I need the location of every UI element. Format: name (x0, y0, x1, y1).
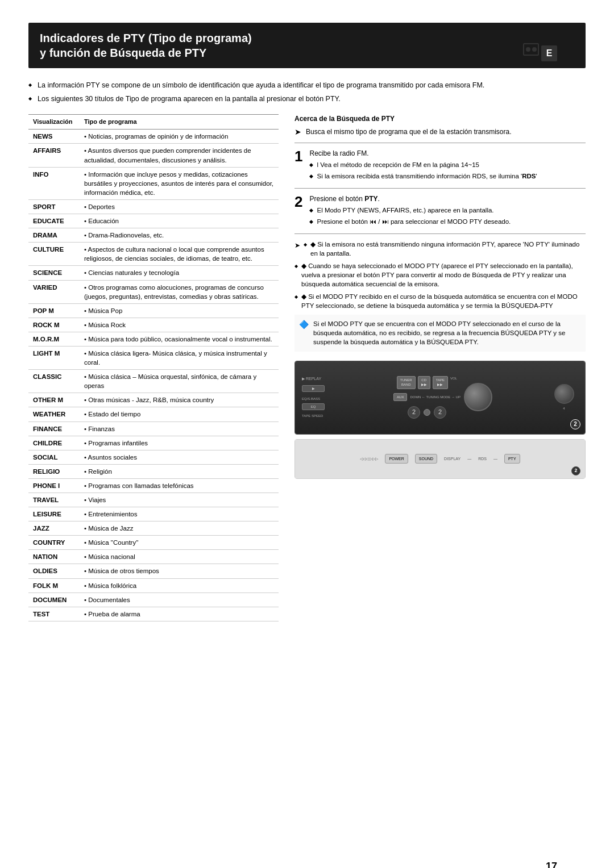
table-row: OLDIES• Música de otros tiempos (28, 564, 279, 578)
step-2-row: 2 Presione el botón PTY. ◆ El Modo PTY (… (294, 194, 586, 227)
pty-name: NEWS (28, 130, 80, 144)
note-text: Si el MODO PTY que se encuentra con el M… (313, 319, 581, 347)
pty-table: Visualización Tipo de programa NEWS• Not… (28, 114, 279, 621)
step-2-bullet-1: ◆ El Modo PTY (NEWS, AFFAIRS, etc.) apar… (309, 206, 586, 215)
diamond-icon-3: ◆ (309, 207, 313, 214)
step-2-content: Presione el botón PTY. ◆ El Modo PTY (NE… (309, 194, 586, 227)
pty-description: • Otras músicas - Jazz, R&B, música coun… (80, 393, 279, 407)
table-row: SCIENCE• Ciencias naturales y tecnología (28, 266, 279, 280)
device-area: ▶ REPLAY ▶ EQ/S.BASS EQ TAPE SPEED TUNER… (294, 361, 586, 479)
table-row: JAZZ• Música de Jazz (28, 521, 279, 536)
table-row: DOCUMEN• Documentales (28, 592, 279, 607)
table-row: COUNTRY• Música "Country" (28, 536, 279, 550)
diamond-icon-7: ◆ (294, 294, 298, 300)
pty-description: • Drama-Radionovelas, etc. (80, 228, 279, 243)
pty-description: • Música nacional (80, 550, 279, 564)
arrow-icon: ➤ (294, 127, 301, 137)
table-row: TEST• Prueba de alarma (28, 607, 279, 621)
table-row: NATION• Música nacional (28, 550, 279, 564)
step-1-content: Recibe la radio FM. ◆ l Vea el método de… (309, 149, 586, 181)
pty-description: • Programas infantiles (80, 436, 279, 450)
cd-btn: CD▶▶ (418, 376, 430, 389)
pty-name: RELIGIO (28, 464, 80, 478)
pty-description: • Noticias, programas de opinión y de in… (80, 130, 279, 144)
table-row: WEATHER• Estado del tiempo (28, 407, 279, 422)
pty-description: • Otros programas como alocuciones, prog… (80, 280, 279, 303)
table-row: PHONE I• Programas con llamadas telefóni… (28, 478, 279, 493)
warning-2: ◆ ◆ Cuando se haya seleccionado el MODO … (294, 261, 586, 289)
step-1-row: 1 Recibe la radio FM. ◆ l Vea el método … (294, 149, 586, 181)
remote-sound-btn: SOUND (415, 454, 437, 464)
pty-name: SCIENCE (28, 266, 80, 280)
page-number: 17 (546, 859, 557, 868)
pty-name: VARIED (28, 280, 80, 303)
diamond-icon-6: ◆ (294, 263, 298, 269)
radio-play-btn: ▶ (302, 385, 325, 392)
pty-name: OTHER M (28, 393, 80, 407)
table-row: SOCIAL• Asuntos sociales (28, 450, 279, 464)
pty-name: LEISURE (28, 507, 80, 521)
pty-description: • Documentales (80, 592, 279, 607)
pty-name: WEATHER (28, 407, 80, 422)
diamond-icon-2: ◆ (309, 173, 313, 180)
pty-description: • Música folklórica (80, 578, 279, 592)
col-tipo-programa: Tipo de programa (80, 115, 279, 130)
col-visualization: Visualización (28, 115, 80, 130)
remote-pty-btn: PTY (504, 454, 520, 464)
pty-name: ROCK M (28, 318, 80, 332)
pty-description: • Música clásica ligera- Música clásica,… (80, 346, 279, 369)
pty-description: • Educación (80, 214, 279, 228)
divider-3 (294, 233, 586, 234)
pty-name: LIGHT M (28, 346, 80, 369)
table-row: VARIED• Otros programas como alocuciones… (28, 280, 279, 303)
radio-right-panel: 4 (550, 384, 578, 411)
table-row: FOLK M• Música folklórica (28, 578, 279, 592)
table-row: CULTURE• Aspectos de cultura nacional o … (28, 243, 279, 266)
pty-name: INFO (28, 167, 80, 199)
step-1-bullet-1: ◆ l Vea el método de recepción de FM en … (309, 160, 586, 169)
pty-description: • Prueba de alarma (80, 607, 279, 621)
table-row: DRAMA• Drama-Radionovelas, etc. (28, 228, 279, 243)
pty-name: M.O.R.M (28, 332, 80, 346)
pty-description: • Viajes (80, 493, 279, 507)
pty-description: • Música "Country" (80, 536, 279, 550)
pty-description: • Asuntos sociales (80, 450, 279, 464)
pty-name: TRAVEL (28, 493, 80, 507)
step-1-text: Recibe la radio FM. (309, 149, 586, 158)
volume-knob (464, 383, 492, 411)
arrow-icon-2: ➤ (294, 241, 300, 251)
pty-name: JAZZ (28, 521, 80, 536)
arrow-intro: ➤ Busca el mismo tipo de programa que el… (294, 127, 586, 137)
left-column: Visualización Tipo de programa NEWS• Not… (28, 114, 279, 627)
divider-2 (294, 188, 586, 189)
pty-description: • Música de otros tiempos (80, 564, 279, 578)
pty-name: FINANCE (28, 422, 80, 436)
pty-name: NATION (28, 550, 80, 564)
step-1-bullet-2: ◆ Si la emisora recibida está transmitie… (309, 172, 586, 181)
pty-description: • Programas con llamadas telefónicas (80, 478, 279, 493)
pty-search-header: Acerca de la Búsqueda de PTY (294, 114, 586, 124)
pty-name: CULTURE (28, 243, 80, 266)
pty-description: • Ciencias naturales y tecnología (80, 266, 279, 280)
table-row: TRAVEL• Viajes (28, 493, 279, 507)
radio-left-panel: ▶ REPLAY ▶ EQ/S.BASS EQ TAPE SPEED (302, 376, 336, 419)
table-row: EDUCATE• Educación (28, 214, 279, 228)
table-row: SPORT• Deportes (28, 199, 279, 214)
pty-name: DRAMA (28, 228, 80, 243)
right-column: Acerca de la Búsqueda de PTY ➤ Busca el … (294, 114, 586, 627)
note-box: 🔷 Si el MODO PTY que se encuentra con el… (294, 315, 586, 351)
table-row: AFFAIRS• Asuntos diversos que pueden com… (28, 144, 279, 167)
diamond-icon-4: ◆ (309, 218, 313, 226)
step-2-bullet-2: ◆ Presione el botón ⏮ / ⏭ para seleccion… (309, 217, 586, 226)
radio-eq-btn: EQ (302, 403, 325, 410)
step-1-number: 1 (294, 149, 302, 164)
pty-name: SOCIAL (28, 450, 80, 464)
pty-name: EDUCATE (28, 214, 80, 228)
main-content: Visualización Tipo de programa NEWS• Not… (28, 114, 586, 627)
table-row: LIGHT M• Música clásica ligera- Música c… (28, 346, 279, 369)
intro-bullet-2: Los siguientes 30 títulos de Tipo de pro… (28, 94, 586, 105)
table-row: FINANCE• Finanzas (28, 422, 279, 436)
aux-btn: AUX (393, 393, 407, 401)
page-title-box: Indicadores de PTY (Tipo de programa) y … (28, 23, 586, 68)
warning-1: ➤ ◆ ◆ Si la emisora no está transmitiend… (294, 240, 586, 258)
